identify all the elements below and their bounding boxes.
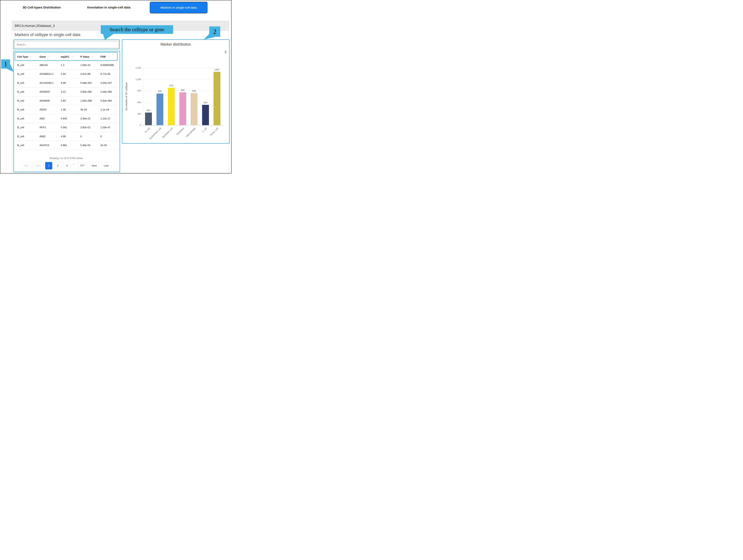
column-label: FDR [100, 55, 106, 58]
column-header-p-value[interactable]: P Value▲▼ [78, 53, 98, 61]
chart-panel: Marker distribution No.marker of SC cell… [122, 39, 230, 144]
pagination-button-3[interactable]: 3 [63, 162, 71, 170]
table-cell: 1.1e-19 [98, 105, 118, 114]
bar-value-label: 838 [187, 90, 201, 92]
table-cell: ADAM19 [37, 88, 58, 96]
y-tick-label: 300 [122, 112, 141, 115]
table-cell: 2.04e-247 [98, 79, 118, 88]
table-cell: AC008014.1 [37, 69, 58, 79]
table-cell: B_cell [14, 132, 37, 141]
bar-value-label: 979 [165, 84, 178, 87]
table-cell: ABCA5 [37, 61, 58, 69]
table-cell: AC120193.1 [37, 79, 58, 88]
x-tick-label: Epithelial_cell [162, 127, 173, 138]
sort-icon: ▲▼ [71, 56, 74, 58]
sort-icon: ▲▼ [30, 56, 33, 58]
table-cell: 2.82e-52 [78, 123, 98, 132]
table-cell: 0 [78, 132, 98, 141]
table-cell: 3.12 [58, 88, 78, 96]
table-cell: 0.861 [58, 141, 78, 150]
x-tick-label: T_cell [201, 127, 207, 133]
pagination: FirstPrev123...577NextLast [14, 162, 118, 170]
pagination-button-2[interactable]: 2 [54, 162, 61, 170]
pagination-button-577[interactable]: 577 [78, 162, 87, 170]
y-tick-label: 600 [122, 101, 141, 103]
table-cell: 2.83e-265 [78, 88, 98, 96]
table-cell: 0.00000386 [98, 61, 118, 69]
table-cell: 1.36 [58, 105, 78, 114]
chart-plot: 03006009001,2001,500331B_cell826Endothel… [122, 40, 229, 143]
table-cell: 3.34e-22 [78, 114, 98, 123]
bar-value-label: 533 [199, 101, 212, 104]
table-cell: ADD3 [37, 105, 58, 114]
table-cell: AIM2 [37, 132, 58, 141]
y-axis-line [143, 68, 143, 125]
table-cell: B_cell [14, 114, 37, 123]
bar-value-label: 826 [153, 90, 167, 93]
x-tick-label: Fibroblast [176, 127, 184, 136]
bar-B_cell[interactable] [145, 112, 152, 125]
gridline [143, 68, 223, 68]
sort-icon: ▲▼ [107, 56, 110, 58]
table-cell: 0.842 [58, 114, 78, 123]
column-header-fdr[interactable]: FDR▲▼ [98, 53, 118, 61]
tab-annotation-single-cell[interactable]: Annotation in single-cell data [87, 6, 130, 9]
y-tick-label: 1,500 [122, 66, 141, 69]
table-cell: B_cell [14, 123, 37, 132]
column-header-cell-type[interactable]: Cell Type▲▼ [14, 53, 37, 61]
table-cell: 0 [98, 132, 118, 141]
callout-marker-1: 1 [1, 59, 10, 68]
search-input[interactable] [14, 41, 119, 48]
table-cell: 1.05e-10 [78, 61, 98, 69]
x-tick-mark [154, 125, 155, 126]
table-cell: ADK [37, 114, 58, 123]
tab-3d-celltypes-distribution[interactable]: 3D Cell-types Distribution [23, 6, 61, 9]
y-tick-label: 1,200 [122, 78, 141, 81]
column-header-log2fc[interactable]: log2FC▲▼ [58, 53, 78, 61]
bar-Fibroblast[interactable] [179, 92, 186, 125]
pagination-ellipsis: ... [72, 162, 76, 170]
bar-Macrophage[interactable] [191, 93, 198, 125]
table-cell: AFF3 [37, 123, 58, 132]
pagination-button-1[interactable]: 1 [45, 162, 52, 170]
markers-table: Cell Type▲▼ Gene▲▼ log2FC▲▼ P Value▲▼ FD… [14, 53, 118, 150]
pagination-button-prev[interactable]: Prev [33, 162, 43, 170]
bar-value-label: 331 [142, 109, 155, 111]
column-label: log2FC [61, 55, 70, 58]
table-cell: 1.62e-288 [78, 96, 98, 105]
table-cell: 1.22e-17 [98, 114, 118, 123]
pagination-button-first[interactable]: First [21, 162, 31, 170]
x-tick-label: Macrophage [185, 127, 196, 138]
table-cell: B_cell [14, 79, 37, 88]
callout-search-hint: Search the celltype or gene [101, 25, 173, 34]
column-label: Gene [40, 55, 46, 58]
table-cell: B_cell [14, 69, 37, 79]
bar-value-label: 1397 [210, 68, 224, 71]
y-tick-label: 900 [122, 89, 141, 92]
table-cell: ADAM28 [37, 96, 58, 105]
pagination-button-last[interactable]: Last [101, 162, 111, 170]
table-cell: 1.04e-260 [98, 88, 118, 96]
bar-Epithelial_cell[interactable] [168, 88, 175, 125]
pagination-button-next[interactable]: Next [89, 162, 99, 170]
bar-T_cell[interactable] [202, 105, 209, 125]
x-tick-label: Endothelial_cell [149, 127, 162, 140]
table-cell: 4.98 [58, 132, 78, 141]
table-cell: 2.44 [58, 69, 78, 79]
table-cell: 5.46e-55 [78, 141, 98, 150]
bar-Tumor_cell[interactable] [214, 72, 220, 125]
sort-icon: ▲▼ [47, 56, 50, 58]
table-cell: 1.3 [58, 61, 78, 69]
tab-markers-single-cell[interactable]: Markers in single-cell data [150, 2, 208, 13]
table-cell: AKAP13 [37, 141, 58, 150]
bar-Endothelial_cell[interactable] [157, 94, 163, 125]
table-cell: 5.58e-252 [78, 79, 98, 88]
column-header-gene[interactable]: Gene▲▼ [37, 53, 58, 61]
table-cell: 5.92e-284 [98, 96, 118, 105]
callout-marker-2: 2 [209, 27, 220, 37]
table-cell: B_cell [14, 88, 37, 96]
table-cell: 3e-24 [78, 105, 98, 114]
x-tick-label: B_cell [144, 127, 150, 133]
sort-icon: ▲▼ [90, 56, 94, 58]
section-title: Markers of celltype in single-cell data [14, 33, 80, 37]
